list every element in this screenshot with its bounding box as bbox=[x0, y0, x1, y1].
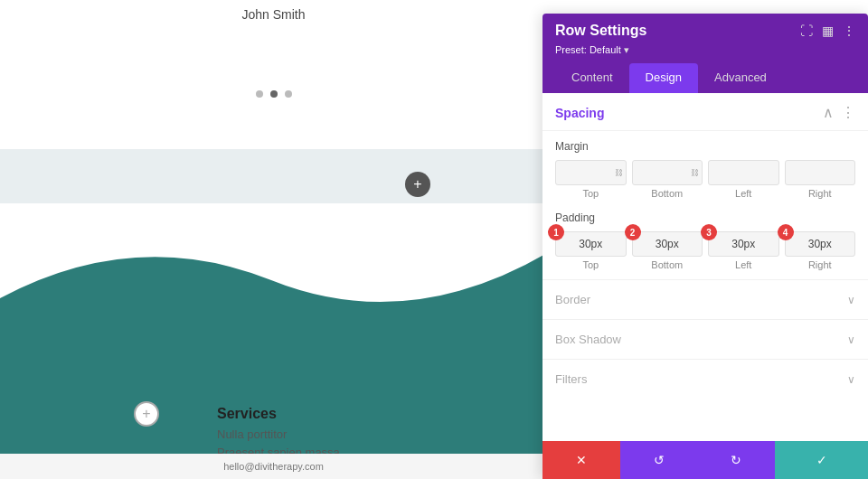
padding-bottom-col: 2 Bottom bbox=[632, 231, 703, 270]
badge-3: 3 bbox=[701, 224, 717, 240]
redo-button[interactable]: ↻ bbox=[697, 441, 775, 479]
margin-right-input[interactable] bbox=[785, 160, 856, 185]
margin-bottom-col: ⛓ Bottom bbox=[632, 160, 703, 199]
dot-3 bbox=[285, 90, 292, 98]
tab-design[interactable]: Design bbox=[629, 63, 698, 93]
columns-icon[interactable]: ▦ bbox=[822, 23, 834, 38]
page-background: John Smith + + Services Nulla porttitor … bbox=[0, 0, 547, 479]
carousel-dots bbox=[256, 90, 292, 98]
footer-email: hello@divitherapy.com bbox=[223, 461, 324, 472]
services-block: Services Nulla porttitor Praesent sapien… bbox=[217, 406, 340, 461]
tab-advanced[interactable]: Advanced bbox=[698, 63, 783, 93]
panel-header: Row Settings ⛶ ▦ ⋮ Preset: Default ▾ Con… bbox=[542, 14, 868, 93]
padding-bottom-input[interactable] bbox=[632, 231, 703, 257]
badge-2: 2 bbox=[625, 224, 641, 240]
padding-top-label: Top bbox=[582, 259, 599, 270]
services-line1: Nulla porttitor bbox=[217, 426, 340, 444]
margin-top-col: ⛓ Top bbox=[555, 160, 627, 199]
margin-left-input[interactable] bbox=[708, 160, 779, 185]
margin-top-wrap: ⛓ bbox=[555, 160, 627, 185]
filters-title: Filters bbox=[555, 372, 587, 386]
filters-chevron: ∨ bbox=[847, 373, 855, 386]
box-shadow-section[interactable]: Box Shadow ∨ bbox=[542, 319, 868, 359]
dot-1 bbox=[256, 90, 263, 98]
padding-bottom-wrap bbox=[632, 231, 703, 257]
cancel-button[interactable]: ✕ bbox=[542, 441, 620, 479]
margin-left-label: Left bbox=[735, 188, 751, 199]
spacing-section-title: Spacing bbox=[555, 106, 604, 120]
padding-label: Padding bbox=[555, 211, 855, 224]
panel-header-top: Row Settings ⛶ ▦ ⋮ bbox=[555, 23, 855, 39]
padding-grid: 1 Top 2 Bottom 3 bbox=[555, 231, 855, 270]
reset-button[interactable]: ↺ bbox=[620, 441, 698, 479]
margin-top-label: Top bbox=[582, 188, 599, 199]
filters-section[interactable]: Filters ∨ bbox=[542, 359, 868, 399]
border-section[interactable]: Border ∨ bbox=[542, 279, 868, 319]
padding-left-col: 3 Left bbox=[708, 231, 779, 270]
light-bar bbox=[0, 149, 547, 203]
margin-label: Margin bbox=[555, 140, 855, 153]
add-row-button[interactable]: + bbox=[134, 401, 159, 427]
badge-1: 1 bbox=[548, 224, 564, 240]
expand-icon[interactable]: ⛶ bbox=[800, 23, 813, 38]
row-settings-panel: Row Settings ⛶ ▦ ⋮ Preset: Default ▾ Con… bbox=[542, 14, 868, 479]
panel-header-icons: ⛶ ▦ ⋮ bbox=[800, 23, 855, 38]
margin-left-wrap bbox=[708, 160, 779, 185]
border-title: Border bbox=[555, 293, 590, 306]
spacing-section-header: Spacing ∧ ⋮ bbox=[542, 93, 868, 131]
margin-right-label: Right bbox=[808, 188, 832, 199]
link-icon-bottom: ⛓ bbox=[691, 168, 699, 177]
margin-grid: ⛓ Top ⛓ Bottom Left bbox=[555, 160, 855, 199]
box-shadow-title: Box Shadow bbox=[555, 333, 621, 346]
badge-4: 4 bbox=[778, 224, 794, 240]
padding-left-input[interactable] bbox=[708, 231, 779, 257]
padding-bottom-label: Bottom bbox=[651, 259, 683, 270]
box-shadow-chevron: ∨ bbox=[847, 333, 855, 346]
padding-top-col: 1 Top bbox=[555, 231, 627, 270]
spacing-section-content: Margin ⛓ Top ⛓ Bottom bbox=[542, 131, 868, 279]
panel-tabs: Content Design Advanced bbox=[555, 63, 855, 93]
collapse-icon[interactable]: ∧ bbox=[823, 104, 834, 121]
spacing-section-icons: ∧ ⋮ bbox=[823, 104, 855, 121]
padding-right-wrap bbox=[785, 231, 856, 257]
link-icon-top: ⛓ bbox=[615, 168, 623, 177]
services-title: Services bbox=[217, 406, 340, 422]
section-more-icon[interactable]: ⋮ bbox=[841, 104, 855, 121]
padding-right-col: 4 Right bbox=[785, 231, 856, 270]
save-button[interactable]: ✓ bbox=[775, 441, 868, 479]
add-section-button[interactable]: + bbox=[405, 172, 430, 197]
padding-left-label: Left bbox=[735, 259, 751, 270]
bottom-bar: ✕ ↺ ↻ ✓ bbox=[542, 441, 868, 479]
panel-preset[interactable]: Preset: Default ▾ bbox=[555, 44, 855, 56]
border-chevron: ∨ bbox=[847, 294, 855, 306]
panel-title: Row Settings bbox=[555, 23, 646, 39]
page-title: John Smith bbox=[241, 7, 305, 22]
dot-2 bbox=[270, 90, 278, 98]
footer-bar: hello@divitherapy.com bbox=[0, 454, 547, 479]
more-icon[interactable]: ⋮ bbox=[843, 23, 855, 38]
margin-bottom-label: Bottom bbox=[651, 188, 683, 199]
margin-left-col: Left bbox=[708, 160, 779, 199]
margin-right-col: Right bbox=[785, 160, 856, 199]
padding-right-input[interactable] bbox=[785, 231, 856, 257]
tab-content[interactable]: Content bbox=[555, 63, 629, 93]
padding-right-label: Right bbox=[808, 259, 832, 270]
padding-left-wrap bbox=[708, 231, 779, 257]
padding-top-wrap bbox=[555, 231, 627, 257]
margin-bottom-wrap: ⛓ bbox=[632, 160, 703, 185]
padding-top-input[interactable] bbox=[555, 231, 627, 257]
margin-right-wrap bbox=[785, 160, 856, 185]
panel-body: Spacing ∧ ⋮ Margin ⛓ Top bbox=[542, 93, 868, 441]
